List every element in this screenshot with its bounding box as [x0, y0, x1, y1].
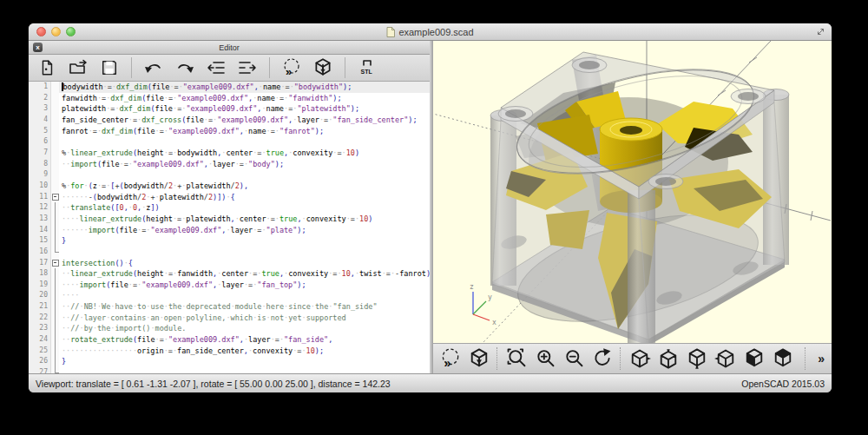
line-number: 27 [29, 367, 51, 373]
close-window-button[interactable] [36, 27, 46, 36]
line-number: 16 [29, 247, 51, 258]
fold-margin [51, 356, 59, 367]
resize-grip-icon[interactable] [816, 27, 825, 36]
save-icon [101, 59, 118, 76]
code-line: 22··//·layer·contains·an·open·polyline,·… [29, 313, 430, 324]
undo-button[interactable] [141, 56, 167, 79]
zoom-in-button[interactable] [531, 346, 558, 371]
preview-icon: » [281, 57, 302, 78]
editor-close-icon[interactable]: x [33, 43, 43, 52]
line-number: 13 [29, 214, 51, 225]
code-line: 21··//·NB!·We·have·to·use·the·deprecated… [29, 301, 430, 313]
open-button[interactable] [65, 56, 91, 79]
app-version-text: OpenSCAD 2015.03 [741, 379, 825, 389]
line-number: 24 [29, 334, 51, 346]
code-lines: 1bodywidth·=·dxf_dim(file·=·"example009.… [29, 82, 430, 373]
minimize-window-button[interactable] [51, 27, 61, 36]
line-number: 14 [29, 225, 51, 236]
viewport-3d[interactable]: z y x » [433, 41, 832, 373]
fold-margin [51, 290, 59, 301]
fold-marker-icon[interactable] [51, 192, 59, 203]
reset-view-icon [591, 347, 614, 370]
render-icon [468, 347, 490, 370]
screen: example009.scad x Editor [0, 0, 868, 435]
view-bottom-icon [686, 347, 708, 370]
code-line: 11······-(bodywidth/2·+·platewidth/2)])·… [29, 192, 430, 203]
preview-button[interactable]: » [437, 346, 464, 371]
toolbar-separator [620, 347, 621, 370]
line-number: 4 [29, 115, 51, 126]
code-line: 20···· [29, 290, 430, 301]
toolbar-separator [345, 57, 345, 78]
preview-icon: » [439, 347, 462, 370]
view-diagonal-icon [772, 347, 794, 370]
fold-margin [51, 334, 59, 346]
editor-panel-header[interactable]: x Editor [29, 41, 430, 55]
fold-margin [51, 280, 59, 291]
code-line: 7%·linear_extrude(height·=·bodywidth,·ce… [29, 148, 430, 159]
preview-button[interactable]: » [279, 56, 305, 79]
view-bottom-button[interactable] [683, 346, 710, 371]
fold-margin [51, 136, 59, 148]
line-number: 1 [29, 82, 51, 93]
code-line: 24··rotate_extrude(file·=·"example009.dx… [29, 334, 430, 346]
unindent-button[interactable] [203, 56, 229, 79]
code-line: 14······import(file·=·"example009.dxf",·… [29, 225, 430, 236]
view-top-button[interactable] [654, 346, 681, 371]
fold-margin [51, 367, 59, 373]
view-front-button[interactable] [740, 346, 767, 371]
code-line: 2fanwidth·=·dxf_dim(file·=·"example009.d… [29, 93, 430, 104]
unindent-icon [207, 58, 226, 77]
redo-button[interactable] [172, 56, 198, 79]
code-line: 13····linear_extrude(height·=·platewidth… [29, 214, 430, 225]
line-number: 2 [29, 93, 51, 104]
fold-margin [51, 93, 59, 104]
code-line: 18··linear_extrude(height·=·fanwidth,·ce… [29, 268, 430, 280]
fold-margin [51, 82, 59, 93]
code-line: 4fan_side_center·=·dxf_cross(file·=·"exa… [29, 115, 430, 126]
view-right-button[interactable] [626, 346, 653, 371]
zoom-window-button[interactable] [66, 27, 76, 36]
line-number: 21 [29, 301, 51, 313]
save-button[interactable] [96, 56, 122, 79]
zoom-out-icon [562, 347, 585, 370]
new-file-button[interactable] [34, 56, 60, 79]
toolbar-overflow-button[interactable]: » [818, 352, 828, 366]
code-line: 26} [29, 356, 430, 367]
line-number: 11 [29, 192, 51, 203]
reset-view-button[interactable] [589, 346, 615, 371]
code-line: 19····import(file·=·"example009.dxf",·la… [29, 280, 430, 291]
fold-margin [51, 225, 59, 236]
editor-toolbar: » ST [29, 55, 430, 82]
code-line: 17intersection()·{ [29, 258, 430, 269]
fold-margin [51, 159, 59, 170]
openscad-window: example009.scad x Editor [29, 23, 832, 392]
render-button[interactable] [465, 346, 492, 371]
zoom-all-button[interactable] [503, 346, 529, 371]
viewport-status-text: Viewport: translate = [ 0.61 -1.31 -2.07… [36, 379, 391, 389]
line-number: 23 [29, 323, 51, 334]
fold-margin [51, 214, 59, 225]
view-top-icon [657, 347, 680, 370]
fold-margin [51, 235, 59, 247]
fold-margin [51, 115, 59, 126]
fold-marker-icon[interactable] [51, 258, 59, 269]
view-diagonal-button[interactable] [769, 346, 796, 371]
line-number: 7 [29, 148, 51, 159]
zoom-out-button[interactable] [560, 346, 587, 371]
code-line: 12··translate([0,·0,·z]) [29, 202, 430, 214]
view-right-icon [628, 347, 651, 370]
indent-icon [238, 58, 257, 77]
fan-model [490, 50, 789, 346]
view-left-button[interactable] [712, 346, 739, 371]
export-stl-button[interactable]: STL [354, 56, 380, 79]
toolbar-separator [496, 347, 498, 370]
viewport-toolbar: » [433, 343, 832, 373]
code-editor[interactable]: 1bodywidth·=·dxf_dim(file·=·"example009.… [29, 82, 430, 373]
fold-margin [51, 313, 59, 324]
line-number: 3 [29, 103, 51, 115]
render-button[interactable] [310, 56, 336, 79]
window-titlebar[interactable]: example009.scad [29, 23, 832, 41]
indent-button[interactable] [234, 56, 260, 79]
code-line: 16 [29, 247, 430, 258]
